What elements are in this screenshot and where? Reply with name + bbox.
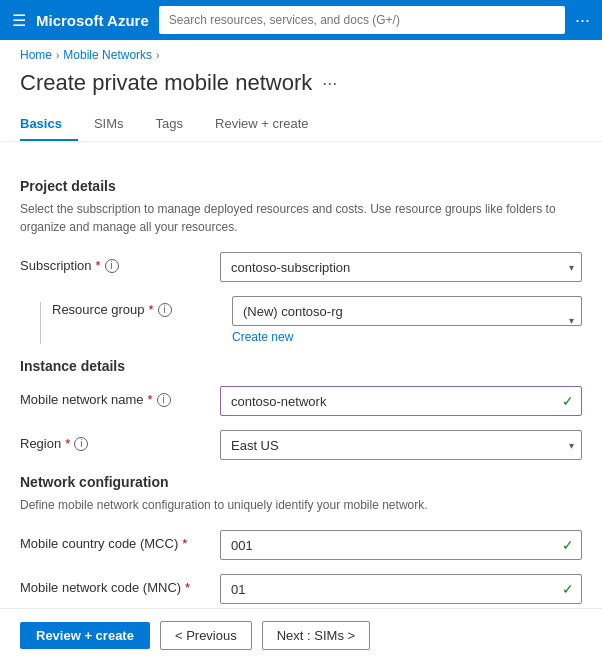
- mcc-control: ✓: [220, 530, 582, 560]
- network-config-desc: Define mobile network configuration to u…: [20, 496, 582, 514]
- breadcrumb-home[interactable]: Home: [20, 48, 52, 62]
- network-name-input[interactable]: [220, 386, 582, 416]
- mcc-check-icon: ✓: [562, 537, 574, 553]
- mnc-check-icon: ✓: [562, 581, 574, 597]
- subscription-select[interactable]: contoso-subscription: [220, 252, 582, 282]
- review-create-button[interactable]: Review + create: [20, 622, 150, 649]
- region-info-icon[interactable]: i: [74, 437, 88, 451]
- project-details-title: Project details: [20, 178, 582, 194]
- breadcrumb-mobile-networks[interactable]: Mobile Networks: [63, 48, 152, 62]
- resource-group-row: Resource group * i (New) contoso-rg ▾ Cr…: [20, 296, 582, 344]
- breadcrumb: Home › Mobile Networks ›: [0, 40, 602, 66]
- network-name-control: ✓: [220, 386, 582, 416]
- rg-info-icon[interactable]: i: [158, 303, 172, 317]
- project-details-desc: Select the subscription to manage deploy…: [20, 200, 582, 236]
- mcc-label: Mobile country code (MCC) *: [20, 530, 220, 551]
- subscription-control: contoso-subscription ▾: [220, 252, 582, 282]
- breadcrumb-sep2: ›: [156, 50, 159, 61]
- region-required: *: [65, 436, 70, 451]
- resource-group-select[interactable]: (New) contoso-rg: [232, 296, 582, 326]
- create-new-link[interactable]: Create new: [232, 330, 293, 344]
- page-title: Create private mobile network: [20, 70, 312, 96]
- tab-sims[interactable]: SIMs: [94, 108, 140, 141]
- region-select[interactable]: East US: [220, 430, 582, 460]
- mcc-required: *: [182, 536, 187, 551]
- network-name-row: Mobile network name * i ✓: [20, 386, 582, 416]
- topnav-more-icon[interactable]: ···: [575, 10, 590, 31]
- mnc-row: Mobile network code (MNC) * ✓: [20, 574, 582, 604]
- subscription-label: Subscription * i: [20, 252, 220, 273]
- subscription-row: Subscription * i contoso-subscription ▾: [20, 252, 582, 282]
- network-name-label: Mobile network name * i: [20, 386, 220, 407]
- network-config-title: Network configuration: [20, 474, 582, 490]
- main-content: Project details Select the subscription …: [0, 142, 602, 604]
- breadcrumb-sep1: ›: [56, 50, 59, 61]
- mcc-row: Mobile country code (MCC) * ✓: [20, 530, 582, 560]
- footer: Review + create < Previous Next : SIMs >: [0, 608, 602, 662]
- mcc-input[interactable]: [220, 530, 582, 560]
- indent-line: [40, 302, 42, 344]
- region-control: East US ▾: [220, 430, 582, 460]
- search-input[interactable]: [159, 6, 565, 34]
- page-title-area: Create private mobile network ···: [0, 66, 602, 108]
- tab-tags[interactable]: Tags: [156, 108, 199, 141]
- page-title-more-icon[interactable]: ···: [322, 73, 337, 94]
- resource-group-label: Resource group * i: [52, 296, 232, 317]
- resource-group-control: (New) contoso-rg ▾ Create new: [232, 296, 582, 344]
- tab-review-create[interactable]: Review + create: [215, 108, 325, 141]
- network-name-required: *: [148, 392, 153, 407]
- topnav: ☰ Microsoft Azure ···: [0, 0, 602, 40]
- network-name-info-icon[interactable]: i: [157, 393, 171, 407]
- tab-basics[interactable]: Basics: [20, 108, 78, 141]
- network-name-check-icon: ✓: [562, 393, 574, 409]
- hamburger-icon[interactable]: ☰: [12, 11, 26, 30]
- mnc-control: ✓: [220, 574, 582, 604]
- instance-details-title: Instance details: [20, 358, 582, 374]
- mnc-label: Mobile network code (MNC) *: [20, 574, 220, 595]
- rg-required: *: [149, 302, 154, 317]
- previous-button[interactable]: < Previous: [160, 621, 252, 650]
- next-button[interactable]: Next : SIMs >: [262, 621, 370, 650]
- mnc-input[interactable]: [220, 574, 582, 604]
- region-row: Region * i East US ▾: [20, 430, 582, 460]
- tab-bar: Basics SIMs Tags Review + create: [0, 108, 602, 142]
- subscription-info-icon[interactable]: i: [105, 259, 119, 273]
- subscription-required: *: [96, 258, 101, 273]
- brand-name: Microsoft Azure: [36, 12, 149, 29]
- region-label: Region * i: [20, 430, 220, 451]
- mnc-required: *: [185, 580, 190, 595]
